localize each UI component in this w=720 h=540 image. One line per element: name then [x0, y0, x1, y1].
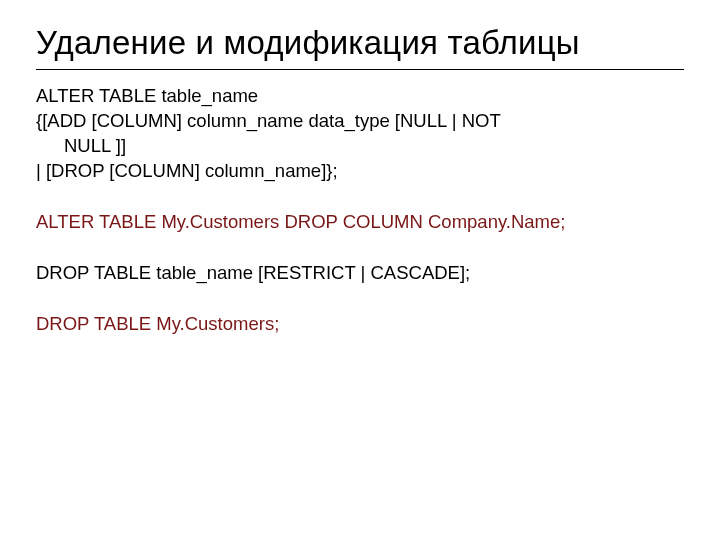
paragraph-drop-example: DROP TABLE My.Customers;: [36, 312, 684, 337]
paragraph-drop-syntax: DROP TABLE table_name [RESTRICT | CASCAD…: [36, 261, 684, 286]
paragraph-alter-example: ALTER TABLE My.Customers DROP COLUMN Com…: [36, 210, 684, 235]
text-line: DROP TABLE table_name [RESTRICT | CASCAD…: [36, 262, 470, 283]
text-line-indent: NULL ]]: [36, 134, 684, 159]
paragraph-alter-syntax: ALTER TABLE table_name {[ADD [COLUMN] co…: [36, 84, 684, 184]
text-line: | [DROP [COLUMN] column_name]};: [36, 160, 338, 181]
text-line: DROP TABLE My.Customers;: [36, 313, 279, 334]
text-line: ALTER TABLE My.Customers DROP COLUMN Com…: [36, 211, 565, 232]
slide: Удаление и модификация таблицы ALTER TAB…: [0, 0, 720, 540]
text-line: {[ADD [COLUMN] column_name data_type [NU…: [36, 110, 501, 131]
slide-body: ALTER TABLE table_name {[ADD [COLUMN] co…: [36, 84, 684, 337]
text-line: ALTER TABLE table_name: [36, 85, 258, 106]
slide-title: Удаление и модификация таблицы: [36, 22, 684, 63]
title-underline: [36, 69, 684, 70]
